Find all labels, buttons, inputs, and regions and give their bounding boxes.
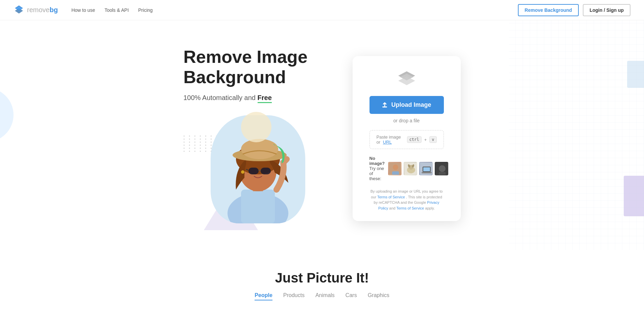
kbd-v: v [429, 136, 436, 143]
hero-section: Remove Image Background 100% Automatical… [0, 20, 644, 250]
hero-image-area: for(let r=0;r<6;r++){for(let c=0;c<8;c++… [184, 115, 312, 230]
deco-right-trapezoid [624, 176, 644, 216]
or-drop-label: or drop a file [393, 118, 420, 123]
svg-rect-19 [382, 106, 387, 107]
sample-images [388, 162, 448, 175]
navbar: removebg How to use Tools & API Pricing … [0, 0, 644, 20]
hero-left: Remove Image Background 100% Automatical… [184, 47, 353, 230]
sample-thumb-1[interactable] [388, 162, 402, 175]
tab-animals[interactable]: Animals [315, 292, 335, 300]
paste-area[interactable]: Paste image or URL ctrl + v [369, 130, 444, 149]
upload-arrow-icon [382, 102, 388, 108]
nav-left: removebg How to use Tools & API Pricing [14, 5, 153, 16]
upload-icon-wrap [397, 70, 417, 88]
sample-thumb-2[interactable] [404, 162, 417, 175]
logo-icon [14, 5, 24, 16]
hero-title: Remove Image Background [184, 47, 332, 88]
tab-cars[interactable]: Cars [345, 292, 357, 300]
sample-section: No image? Try one of these: [369, 156, 444, 184]
terms-of-service-link-2[interactable]: Terms of Service [397, 206, 424, 210]
svg-point-33 [439, 165, 446, 172]
sample-no-image-label: No image? Try one of these: [369, 156, 385, 181]
hero-subtitle: 100% Automatically and Free [184, 94, 332, 102]
nav-link-howto[interactable]: How to use [71, 7, 95, 13]
svg-rect-22 [392, 171, 399, 175]
tab-people[interactable]: People [255, 292, 272, 300]
tab-graphics[interactable]: Graphics [368, 292, 389, 300]
deco-circle [241, 112, 271, 142]
kbd-ctrl: ctrl [407, 136, 422, 143]
svg-rect-34 [439, 172, 446, 175]
logo-text: removebg [27, 6, 58, 14]
svg-rect-31 [423, 167, 430, 171]
deco-left-arc [0, 88, 14, 142]
bottom-title: Just Picture It! [14, 270, 630, 286]
sample-thumb-4[interactable] [435, 162, 448, 175]
tab-products[interactable]: Products [283, 292, 305, 300]
nav-link-pricing[interactable]: Pricing [138, 7, 153, 13]
sample-thumb-3[interactable] [419, 162, 433, 175]
bottom-section: Just Picture It! People Products Animals… [0, 250, 644, 314]
upload-card: Upload Image or drop a file Paste image … [353, 56, 461, 221]
layers-icon [397, 70, 417, 87]
green-arrow [268, 142, 292, 171]
svg-point-15 [241, 170, 244, 174]
url-link[interactable]: URL [383, 140, 392, 145]
nav-right: Remove Background Login / Sign up [518, 4, 630, 16]
bottom-tabs: People Products Animals Cars Graphics [14, 292, 630, 300]
svg-point-21 [393, 165, 398, 170]
upload-image-button[interactable]: Upload Image [369, 96, 444, 114]
nav-links: How to use Tools & API Pricing [71, 7, 152, 13]
terms-of-service-link-1[interactable]: Terms of Service [377, 195, 405, 199]
svg-rect-30 [422, 172, 432, 173]
svg-rect-5 [241, 190, 275, 223]
svg-rect-11 [248, 168, 259, 174]
terms-text: By uploading an image or URL you agree t… [369, 189, 444, 211]
remove-background-button[interactable]: Remove Background [518, 4, 579, 16]
arrow-svg [268, 142, 292, 169]
nav-link-tools[interactable]: Tools & API [104, 7, 129, 13]
login-signup-button[interactable]: Login / Sign up [583, 4, 630, 16]
logo[interactable]: removebg [14, 5, 58, 16]
deco-top-right-rect [627, 61, 644, 88]
